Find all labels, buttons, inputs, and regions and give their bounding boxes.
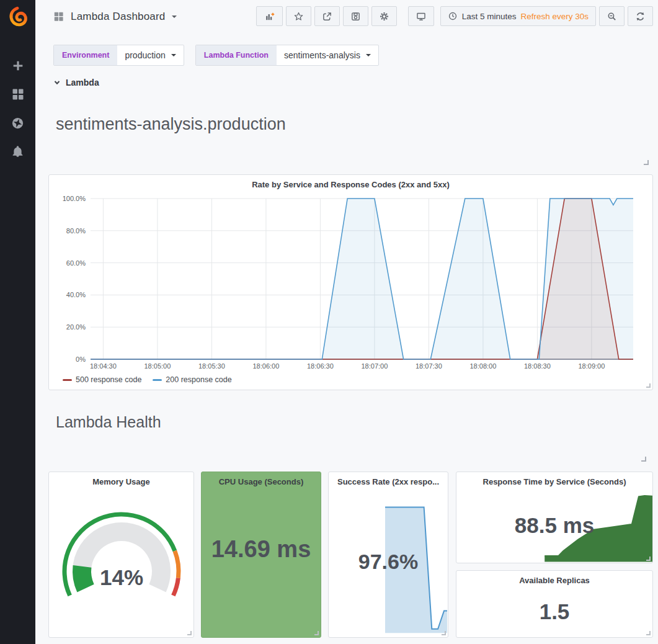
save-icon xyxy=(350,11,361,22)
function-heading: sentiments-analysis.production xyxy=(56,115,286,134)
panel-response-time: Response Time by Service (Seconds) 88.5 … xyxy=(456,472,653,563)
legend-label-500: 500 response code xyxy=(76,375,141,384)
panel-available-replicas: Available Replicas 1.5 xyxy=(456,570,653,638)
clock-icon xyxy=(448,11,458,21)
timeseries-plot[interactable]: 0%20.0%40.0%60.0%80.0%100.0%18:04:3018:0… xyxy=(49,194,654,372)
svg-text:18:05:30: 18:05:30 xyxy=(198,362,225,370)
refresh-interval-label: Refresh every 30s xyxy=(520,12,589,21)
variable-lambda-function[interactable]: Lambda Function sentiments-analysis xyxy=(195,45,379,66)
chevron-down-icon xyxy=(171,54,176,56)
memory-gauge: 14% xyxy=(49,490,193,637)
panel-resize-handle[interactable] xyxy=(646,383,651,388)
panel-resize-handle[interactable] xyxy=(442,631,446,635)
panel-resize-handle[interactable] xyxy=(314,631,319,635)
row-lambda-toggle[interactable]: Lambda xyxy=(53,78,99,87)
add-panel-button[interactable] xyxy=(256,6,283,26)
dashboard-settings-button[interactable] xyxy=(371,6,397,26)
chevron-down-icon xyxy=(172,16,177,18)
add-panel-icon xyxy=(264,11,275,22)
variable-lambda-function-value-text: sentiments-analysis xyxy=(284,50,360,60)
compass-icon xyxy=(11,116,25,130)
legend-item-200[interactable]: 200 response code xyxy=(153,375,231,384)
panel-resize-handle[interactable] xyxy=(646,631,651,635)
sidebar-dashboards-button[interactable] xyxy=(7,87,29,102)
bell-icon xyxy=(11,145,24,158)
svg-text:0%: 0% xyxy=(76,356,86,363)
success-rate-value: 97.6% xyxy=(329,550,448,574)
variable-environment-label: Environment xyxy=(54,45,117,65)
sidebar-explore-button[interactable] xyxy=(7,115,29,130)
panel-resize-handle[interactable] xyxy=(187,631,192,635)
svg-text:20.0%: 20.0% xyxy=(66,323,86,331)
legend-item-500[interactable]: 500 response code xyxy=(63,375,141,384)
response-time-value: 88.5 ms xyxy=(456,513,652,538)
panel-success-rate: Success Rate (2xx respo... 97.6% xyxy=(328,472,448,638)
panel-memory-usage-title[interactable]: Memory Usage xyxy=(49,472,193,486)
template-variables: Environment production Lambda Function s… xyxy=(53,45,379,66)
svg-text:18:07:00: 18:07:00 xyxy=(362,362,388,370)
cycle-view-mode-button[interactable] xyxy=(408,6,434,26)
plus-icon xyxy=(11,59,25,73)
time-range-label: Last 5 minutes xyxy=(462,12,517,21)
row-resize-handle[interactable] xyxy=(641,457,646,462)
save-dashboard-button[interactable] xyxy=(343,6,368,26)
svg-text:18:09:00: 18:09:00 xyxy=(579,362,605,370)
svg-text:18:07:30: 18:07:30 xyxy=(416,362,442,370)
svg-text:18:04:30: 18:04:30 xyxy=(90,362,117,370)
sidebar-alerting-button[interactable] xyxy=(7,144,29,159)
panel-memory-usage: Memory Usage 14% xyxy=(48,472,194,638)
cpu-usage-value: 14.69 ms xyxy=(202,536,321,563)
share-dashboard-button[interactable] xyxy=(314,6,340,26)
health-heading: Lambda Health xyxy=(56,413,161,431)
variable-environment[interactable]: Environment production xyxy=(53,45,184,66)
time-range-picker[interactable]: Last 5 minutes Refresh every 30s xyxy=(440,6,596,26)
chevron-down-icon xyxy=(53,79,61,86)
variable-environment-value-text: production xyxy=(125,50,165,60)
panel-available-replicas-title[interactable]: Available Replicas xyxy=(456,571,652,585)
sidebar xyxy=(0,0,35,644)
dashboard-grid-icon xyxy=(53,11,64,22)
zoom-out-time-button[interactable] xyxy=(599,6,625,26)
legend-swatch-500 xyxy=(63,379,72,381)
svg-text:100.0%: 100.0% xyxy=(63,195,86,202)
grafana-flame-icon xyxy=(7,6,29,27)
variable-environment-value[interactable]: production xyxy=(117,45,183,65)
dashboard-title-menu[interactable]: Lambda Dashboard xyxy=(53,11,177,23)
panel-cpu-usage-title[interactable]: CPU Usage (Seconds) xyxy=(202,472,321,486)
variable-lambda-function-label: Lambda Function xyxy=(196,45,277,65)
svg-text:14%: 14% xyxy=(100,565,143,589)
svg-text:18:06:00: 18:06:00 xyxy=(253,362,280,370)
grafana-logo[interactable] xyxy=(0,0,35,34)
svg-text:18:06:30: 18:06:30 xyxy=(307,362,334,370)
panel-resize-handle[interactable] xyxy=(646,557,651,561)
svg-text:40.0%: 40.0% xyxy=(66,291,86,298)
star-icon xyxy=(293,11,304,22)
share-icon xyxy=(322,11,332,22)
navbar: Lambda Dashboard xyxy=(35,0,658,33)
chart-legend: 500 response code 200 response code xyxy=(63,375,232,384)
legend-label-200: 200 response code xyxy=(166,375,231,384)
sidebar-add-button[interactable] xyxy=(7,58,29,73)
variable-lambda-function-value[interactable]: sentiments-analysis xyxy=(277,45,378,65)
grafana-dashboard: Lambda Dashboard xyxy=(0,0,658,644)
gear-icon xyxy=(379,11,389,22)
row-resize-handle[interactable] xyxy=(644,160,649,165)
navbar-toolbar: Last 5 minutes Refresh every 30s xyxy=(256,6,653,26)
available-replicas-value: 1.5 xyxy=(456,599,652,624)
dashboards-grid-icon xyxy=(11,87,25,102)
refresh-icon xyxy=(635,11,646,22)
svg-text:18:08:30: 18:08:30 xyxy=(524,362,551,370)
zoom-out-icon xyxy=(607,11,617,22)
refresh-dashboard-button[interactable] xyxy=(628,6,653,26)
legend-swatch-200 xyxy=(153,379,162,381)
svg-text:18:05:00: 18:05:00 xyxy=(144,362,171,370)
dashboard-title: Lambda Dashboard xyxy=(71,11,166,23)
star-dashboard-button[interactable] xyxy=(286,6,311,26)
row-lambda-title: Lambda xyxy=(66,78,99,87)
svg-text:80.0%: 80.0% xyxy=(66,227,86,235)
chevron-down-icon xyxy=(366,54,371,56)
panel-rate-by-service-title[interactable]: Rate by Service and Response Codes (2xx … xyxy=(49,175,652,189)
panel-rate-by-service: Rate by Service and Response Codes (2xx … xyxy=(48,174,653,390)
svg-text:60.0%: 60.0% xyxy=(66,259,86,267)
tv-monitor-icon xyxy=(416,11,427,22)
